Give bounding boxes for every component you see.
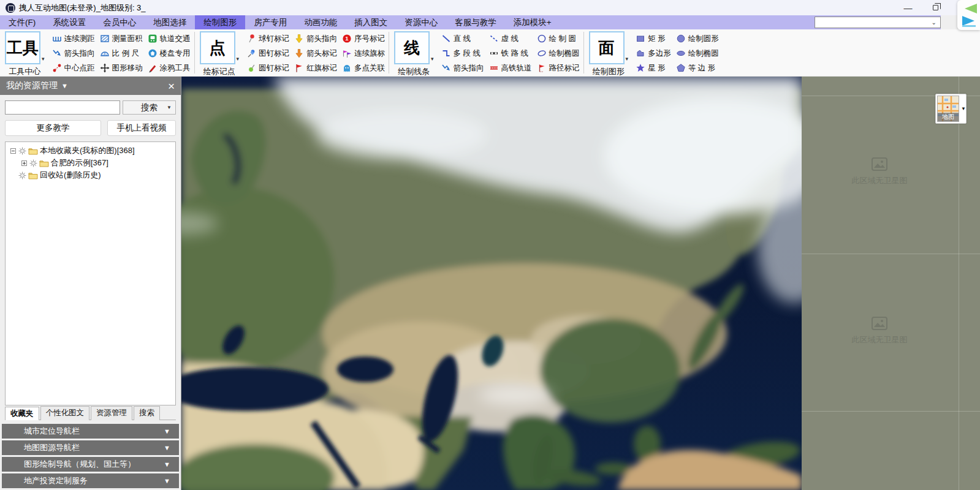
- accordion-bar-4[interactable]: 地产投资定制服务▼: [2, 473, 179, 488]
- menu-item-3[interactable]: 会员中心: [94, 15, 145, 29]
- tool-center-dots[interactable]: 中心点距: [52, 61, 95, 75]
- capture-tool-overlay[interactable]: [957, 0, 980, 30]
- tab-3[interactable]: 资源管理: [91, 406, 132, 420]
- accordion-caret-icon[interactable]: ▼: [164, 428, 170, 435]
- tree-row-2[interactable]: 合肥的示例[367]: [7, 157, 174, 169]
- tool-rect-fill[interactable]: 矩 形: [636, 31, 671, 46]
- dropdown-caret-icon[interactable]: ▾: [431, 56, 434, 62]
- panel-header[interactable]: 我的资源管理 ▼ ×: [0, 77, 181, 95]
- tool-star-fill[interactable]: 星 形: [636, 61, 671, 75]
- tool-circle-outline[interactable]: 绘 制 圆: [537, 31, 580, 46]
- accordion-title: 图形绘制导航（规划、国土等）: [24, 459, 135, 470]
- tool-arrow-down-yellow[interactable]: 箭头指向: [294, 31, 337, 46]
- dropdown-caret-icon[interactable]: ▾: [626, 56, 629, 62]
- search-dropdown-icon[interactable]: ▼: [167, 105, 172, 110]
- tool-line[interactable]: 直 线: [441, 31, 484, 46]
- map-layer-switcher[interactable]: 地图 ▼: [935, 94, 967, 124]
- map-viewport[interactable]: 此区域无卫星图 此区域无卫星图: [181, 77, 980, 490]
- group-caption: 绘制线条: [398, 66, 430, 77]
- accordion-bar-3[interactable]: 图形绘制导航（规划、国土等）▼: [2, 457, 179, 472]
- collapse-caret-icon[interactable]: ▼: [61, 82, 68, 89]
- tree-node-label: 合肥的示例[367]: [51, 157, 108, 168]
- accordion-caret-icon[interactable]: ▼: [164, 461, 170, 468]
- chevron-down-icon: ⌄: [932, 19, 936, 26]
- big-button-4[interactable]: 面: [589, 31, 625, 64]
- menu-item-9[interactable]: 资源中心: [396, 15, 446, 29]
- accordion-caret-icon[interactable]: ▼: [164, 444, 170, 451]
- tree-expander-icon[interactable]: [21, 160, 27, 166]
- tool-flag-red[interactable]: 红旗标记: [294, 61, 337, 75]
- mobile-video-button[interactable]: 手机上看视频: [107, 120, 176, 136]
- tool-hsr[interactable]: 高铁轨道: [489, 61, 532, 75]
- accordion-caret-icon[interactable]: ▼: [164, 477, 170, 484]
- dropdown-caret-icon[interactable]: ▾: [42, 56, 45, 62]
- tool-dash-line[interactable]: 虚 线: [489, 31, 532, 46]
- menu-item-5[interactable]: 绘制图形: [195, 15, 245, 29]
- app-logo-icon: [6, 3, 15, 13]
- tree-row-3[interactable]: 回收站(删除历史): [7, 169, 174, 181]
- toolbar-group-2: 点▾绘标记点球钉标记图钉标记圆钉标记箭头指向箭头标记红旗标记1序号标记连续旗标多…: [195, 29, 389, 76]
- tool-circle-fill[interactable]: 绘制圆形: [676, 31, 719, 46]
- more-tutorials-button[interactable]: 更多教学: [5, 120, 101, 136]
- tool-label: 路径标记: [549, 63, 580, 74]
- menu-combobox[interactable]: ⌄: [815, 17, 941, 28]
- tool-polygon-fill[interactable]: 多边形: [636, 46, 671, 61]
- tool-multi-point[interactable]: 多点关联: [342, 61, 385, 75]
- tree-expander-icon[interactable]: [10, 148, 16, 154]
- accordion-bar-1[interactable]: 城市定位导航栏▼: [2, 424, 179, 439]
- menu-item-11[interactable]: 添加模块+: [505, 15, 560, 29]
- tool-transit[interactable]: 轨道交通: [148, 31, 191, 46]
- tool-ruler[interactable]: 连续测距: [52, 31, 95, 46]
- tool-label: 红旗标记: [306, 63, 337, 74]
- tool-polyline[interactable]: 多 段 线: [441, 46, 484, 61]
- tool-badge-1[interactable]: 1序号标记: [342, 31, 385, 46]
- tree-row-1[interactable]: 本地收藏夹(我标的图)[368]: [7, 145, 174, 157]
- big-button-3[interactable]: 线: [394, 31, 430, 64]
- dropdown-caret-icon[interactable]: ▾: [237, 56, 240, 62]
- satellite-map[interactable]: [181, 77, 802, 490]
- tool-pin-red[interactable]: 球钉标记: [246, 31, 289, 46]
- menu-item-4[interactable]: 地图选择: [145, 15, 195, 29]
- layer-dropdown-icon[interactable]: ▼: [961, 106, 966, 111]
- tool-arrow-bend[interactable]: 箭头指向: [52, 46, 95, 61]
- menu-item-8[interactable]: 插入图文: [346, 15, 396, 29]
- ruler-icon: [52, 34, 63, 43]
- area-icon: [100, 34, 110, 43]
- tool-railway[interactable]: 铁 路 线: [489, 46, 532, 61]
- tool-ellipse-fill[interactable]: 绘制椭圆: [676, 46, 719, 61]
- panel-close-icon[interactable]: ×: [168, 80, 175, 92]
- menu-item-7[interactable]: 动画功能: [295, 15, 346, 29]
- tool-label: 多点关联: [354, 63, 385, 74]
- tool-area[interactable]: 测量面积: [100, 31, 143, 46]
- application-window: 拽人互动地图(未登录)_地图级别: 3_ — 文件(F)系统设置会员中心地图选择…: [0, 0, 980, 490]
- tab-2[interactable]: 个性化图文: [40, 406, 90, 420]
- arrow-down-orange-icon: [294, 48, 305, 58]
- tool-pin-blue[interactable]: 图钉标记: [246, 46, 289, 61]
- tool-estate[interactable]: 楼盘专用: [148, 46, 191, 61]
- menu-item-10[interactable]: 客服与教学: [446, 15, 505, 29]
- tool-arrow-bend[interactable]: 箭头指向: [441, 61, 484, 75]
- search-button[interactable]: 搜索 ▼: [123, 100, 176, 115]
- accordion-bar-2[interactable]: 地图图源导航栏▼: [2, 440, 179, 455]
- tool-ellipse-outline[interactable]: 绘制椭圆: [537, 46, 580, 61]
- tab-1[interactable]: 收藏夹: [5, 407, 39, 420]
- tool-pin-green[interactable]: 圆钉标记: [246, 61, 289, 75]
- big-button-2[interactable]: 点: [200, 31, 235, 64]
- tool-protractor[interactable]: 比 例 尺: [100, 46, 143, 61]
- tool-arrow-down-orange[interactable]: 箭头标记: [294, 46, 337, 61]
- tool-pentagon-fill[interactable]: 等 边 形: [676, 61, 719, 75]
- minimize-button[interactable]: —: [894, 0, 922, 15]
- search-input[interactable]: [5, 100, 120, 115]
- tool-flags-purple[interactable]: 连续旗标: [342, 46, 385, 61]
- tool-move[interactable]: 图形移动: [100, 61, 143, 75]
- menu-item-1[interactable]: 文件(F): [0, 15, 44, 29]
- restore-button[interactable]: [922, 0, 949, 15]
- menu-item-2[interactable]: 系统设置: [44, 15, 94, 29]
- tool-path-flag[interactable]: 路径标记: [537, 61, 580, 75]
- menu-item-6[interactable]: 房产专用: [245, 15, 295, 29]
- map-layer-thumbnail[interactable]: 地图: [937, 96, 959, 122]
- tab-4[interactable]: 搜索: [134, 406, 160, 420]
- tool-pen[interactable]: 涂鸦工具: [148, 61, 191, 75]
- big-button-1[interactable]: 工具: [5, 31, 40, 64]
- tool-label: 图形移动: [112, 63, 143, 74]
